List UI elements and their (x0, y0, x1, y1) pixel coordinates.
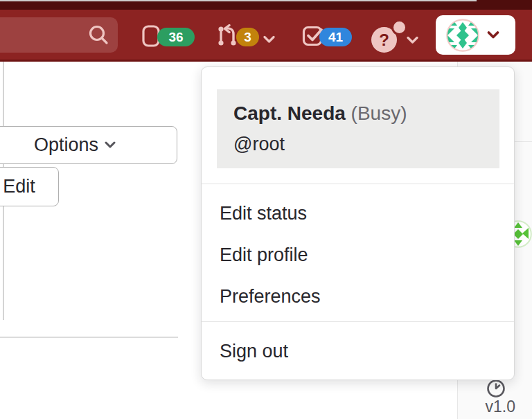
merge-requests-chevron-icon[interactable] (263, 34, 275, 46)
user-name: Capt. Needa (233, 102, 346, 124)
edit-button[interactable]: Edit (0, 167, 59, 206)
topbar-bottom-border (0, 60, 532, 62)
top-dark-strip (0, 0, 532, 10)
user-dropdown-menu: Capt. Needa (Busy) @root Edit status Edi… (201, 66, 515, 380)
options-button[interactable]: Options (0, 126, 177, 164)
menu-item-edit-profile[interactable]: Edit profile (202, 234, 514, 276)
dropdown-group-profile: Edit status Edit profile Preferences (202, 184, 514, 317)
version-label: v1.0 (457, 398, 515, 416)
menu-item-sign-out[interactable]: Sign out (202, 330, 514, 372)
options-button-label: Options (34, 134, 98, 156)
user-username: @root (233, 132, 483, 156)
user-menu-chevron-icon (487, 30, 499, 39)
edit-button-label: Edit (3, 176, 35, 197)
dropdown-group-signout: Sign out (202, 321, 514, 372)
top-gray-line (0, 0, 477, 1)
search-input[interactable] (0, 17, 118, 53)
user-busy-status: (Busy) (351, 102, 407, 124)
user-avatar (446, 19, 479, 52)
help-chevron-icon[interactable] (407, 35, 418, 47)
menu-item-preferences[interactable]: Preferences (202, 276, 514, 317)
search-icon (87, 24, 111, 47)
user-avatar-button[interactable] (436, 15, 515, 55)
merge-requests-count-badge[interactable]: 3 (236, 28, 259, 46)
options-chevron-icon (105, 141, 116, 149)
content-horizontal-divider (0, 337, 178, 338)
help-notification-dot (391, 19, 407, 35)
issues-count-badge[interactable]: 36 (157, 28, 195, 46)
menu-item-edit-status[interactable]: Edit status (202, 193, 514, 234)
todos-count-badge[interactable]: 41 (319, 28, 352, 46)
user-dropdown-header: Capt. Needa (Busy) @root (217, 89, 499, 168)
